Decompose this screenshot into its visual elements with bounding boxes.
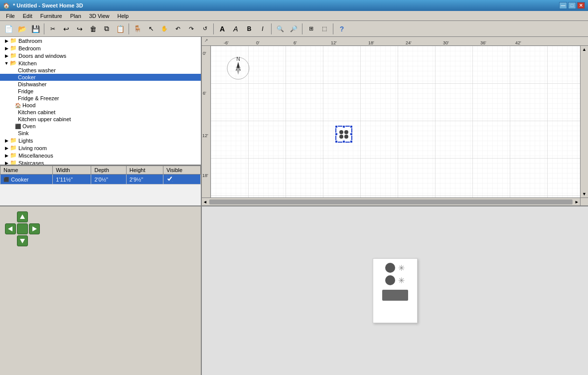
pan-button[interactable]: ✋ <box>158 22 171 35</box>
scrollbar-v-down[interactable]: ▼ <box>581 190 588 197</box>
copy-button[interactable]: ⧉ <box>100 22 113 35</box>
3d-view-button[interactable]: ⬚ <box>318 22 331 35</box>
expand-staircases[interactable]: ▶ <box>3 161 10 166</box>
tree-item-doors[interactable]: ▶ 📁 Doors and windows <box>0 52 201 59</box>
tree-item-cooker[interactable]: Cooker <box>0 74 201 81</box>
zoom-out-button[interactable]: 🔎 <box>287 22 300 35</box>
fp-burners-top <box>339 130 348 134</box>
rotate-left-button[interactable]: ↶ <box>171 22 184 35</box>
zoom-in-button[interactable]: 🔍 <box>274 22 287 35</box>
toolbar-file-group: 📄 📂 💾 <box>2 22 42 35</box>
open-button[interactable]: 📂 <box>15 22 28 35</box>
dpad-right-button[interactable] <box>29 223 40 234</box>
folder-icon-bedroom: 📁 <box>10 45 17 51</box>
text-a-button[interactable]: A <box>216 22 229 35</box>
ruler-h-mark-18: 18' <box>368 40 374 45</box>
menu-file[interactable]: File <box>2 12 19 20</box>
handle-br[interactable] <box>350 140 353 143</box>
scrollbar-corner <box>580 197 588 205</box>
ruler-v-mark-0: 0' <box>203 51 206 56</box>
expand-bedroom[interactable]: ▶ <box>3 46 10 51</box>
tree-item-kitchen[interactable]: ▼ 📂 Kitchen <box>0 59 201 67</box>
tree-item-lights[interactable]: ▶ 📁 Lights <box>0 137 201 144</box>
close-button[interactable]: ✕ <box>577 2 585 9</box>
menu-plan[interactable]: Plan <box>66 12 85 20</box>
visible-checkbox[interactable] <box>166 176 173 182</box>
scrollbar-v-up[interactable]: ▲ <box>581 46 588 53</box>
tree-item-fridge[interactable]: Fridge <box>0 88 201 95</box>
svg-rect-1 <box>211 46 580 197</box>
expand-bathroom[interactable]: ▶ <box>3 38 10 43</box>
scrollbar-h-left[interactable]: ◄ <box>202 198 208 205</box>
compass: N <box>226 56 251 81</box>
tree-item-bathroom[interactable]: ▶ 📁 Bathroom <box>0 37 201 44</box>
toolbar-zoom-group: 🔍 🔎 <box>274 22 300 35</box>
tree-item-fridge-freezer[interactable]: Fridge & Freezer <box>0 95 201 102</box>
plan-container[interactable]: 0' 6' 12' 18' <box>202 46 588 197</box>
paste-button[interactable]: 📋 <box>114 22 127 35</box>
dpad-left-button[interactable] <box>5 223 16 234</box>
tree-label-miscellaneous: Miscellaneous <box>18 153 53 159</box>
rotate-right-button[interactable]: ↷ <box>185 22 198 35</box>
tree-item-kitchen-cabinet[interactable]: Kitchen cabinet <box>0 109 201 116</box>
vertical-scrollbar[interactable]: ▲ ▼ <box>580 46 588 197</box>
cut-button[interactable]: ✂ <box>46 22 59 35</box>
handle-bl[interactable] <box>335 140 338 143</box>
tree-item-kitchen-upper-cabinet[interactable]: Kitchen upper cabinet <box>0 116 201 123</box>
tree-item-oven[interactable]: ⬛ Oven <box>0 123 201 130</box>
select-button[interactable]: ↖ <box>145 22 157 35</box>
horizontal-scrollbar[interactable]: ◄ ► <box>202 197 580 205</box>
tree-item-sink[interactable]: Sink <box>0 130 201 137</box>
handle-tr[interactable] <box>350 125 353 128</box>
ruler-h-marks: -6' 0' 6' 12' 18' 24' 30' 36' 42' <box>224 37 588 45</box>
help-button[interactable]: ? <box>335 22 348 35</box>
tree-item-clothes-washer[interactable]: Clothes washer <box>0 67 201 74</box>
undo-button[interactable]: ↩ <box>60 22 73 35</box>
menu-3dview[interactable]: 3D View <box>85 12 114 20</box>
minimize-button[interactable]: — <box>559 2 567 9</box>
redo-button[interactable]: ↪ <box>73 22 86 35</box>
expand-doors[interactable]: ▶ <box>3 53 10 58</box>
tree-item-bedroom[interactable]: ▶ 📁 Bedroom <box>0 44 201 52</box>
add-furniture-button[interactable]: 🪑 <box>131 22 144 35</box>
tree-item-miscellaneous[interactable]: ▶ 📁 Miscellaneous <box>0 152 201 159</box>
table-row-cooker[interactable]: ⬛ Cooker 1'11½" 2'0½" 2'9½" <box>0 175 201 185</box>
handle-mr[interactable] <box>350 133 353 136</box>
tree-item-living-room[interactable]: ▶ 📁 Living room <box>0 144 201 152</box>
handle-ml[interactable] <box>335 133 338 136</box>
handle-bm[interactable] <box>342 140 345 143</box>
cell-visible[interactable] <box>163 175 200 185</box>
toolbar-sep-3 <box>213 23 214 34</box>
delete-button[interactable]: 🗑 <box>87 22 100 35</box>
dpad-down-button[interactable] <box>17 235 28 246</box>
tree-item-staircases[interactable]: ▶ 📁 Staircases <box>0 159 201 166</box>
menu-help[interactable]: Help <box>114 12 133 20</box>
folder-icon-miscellaneous: 📁 <box>10 152 17 159</box>
floor-plan[interactable]: N <box>211 46 580 197</box>
handle-tl[interactable] <box>335 125 338 128</box>
maximize-button[interactable]: □ <box>568 2 576 9</box>
ruler-v-mark-6: 6' <box>203 91 206 96</box>
expand-miscellaneous[interactable]: ▶ <box>3 153 10 158</box>
dpad-up-button[interactable] <box>17 211 28 222</box>
scrollbar-h-thumb[interactable] <box>209 199 573 204</box>
expand-living-room[interactable]: ▶ <box>3 146 10 151</box>
new-button[interactable]: 📄 <box>2 22 15 35</box>
tree-item-hood[interactable]: 🏠 Hood <box>0 102 201 109</box>
tree-label-oven: Oven <box>22 123 35 129</box>
scrollbar-h-right[interactable]: ► <box>574 198 580 205</box>
bold-button[interactable]: B <box>243 22 256 35</box>
tree-item-dishwasher[interactable]: Dishwasher <box>0 81 201 88</box>
italic-button[interactable]: I <box>256 22 269 35</box>
text-a2-button[interactable]: A <box>229 22 242 35</box>
handle-tm[interactable] <box>342 125 345 128</box>
top-view-button[interactable]: ⊞ <box>304 22 317 35</box>
expand-lights[interactable]: ▶ <box>3 138 10 143</box>
expand-kitchen[interactable]: ▼ <box>3 61 10 66</box>
cooker-floor-plan[interactable] <box>335 126 352 143</box>
menu-edit[interactable]: Edit <box>19 12 36 20</box>
furniture-tree[interactable]: ▶ 📁 Bathroom ▶ 📁 Bedroom ▶ 📁 Doors and <box>0 37 201 166</box>
save-button[interactable]: 💾 <box>29 22 42 35</box>
menu-furniture[interactable]: Furniture <box>36 12 66 20</box>
rotate-button[interactable]: ↺ <box>198 22 211 35</box>
